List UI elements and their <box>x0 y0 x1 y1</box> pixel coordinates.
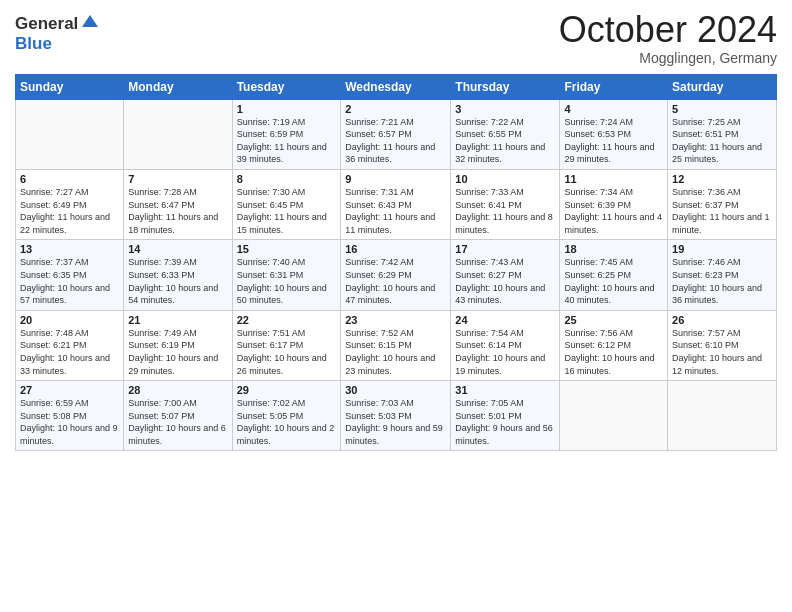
calendar-cell: 7Sunrise: 7:28 AM Sunset: 6:47 PM Daylig… <box>124 169 232 239</box>
calendar-header-row: SundayMondayTuesdayWednesdayThursdayFrid… <box>16 74 777 99</box>
day-number: 11 <box>564 173 663 185</box>
day-info: Sunrise: 7:48 AM Sunset: 6:21 PM Dayligh… <box>20 327 119 377</box>
day-number: 28 <box>128 384 227 396</box>
day-number: 12 <box>672 173 772 185</box>
calendar-cell: 28Sunrise: 7:00 AM Sunset: 5:07 PM Dayli… <box>124 381 232 451</box>
month-title: October 2024 <box>559 10 777 50</box>
calendar-cell: 8Sunrise: 7:30 AM Sunset: 6:45 PM Daylig… <box>232 169 341 239</box>
calendar-day-header: Thursday <box>451 74 560 99</box>
day-number: 18 <box>564 243 663 255</box>
logo-general-text: General <box>15 14 78 34</box>
calendar-day-header: Saturday <box>668 74 777 99</box>
calendar-day-header: Tuesday <box>232 74 341 99</box>
svg-marker-0 <box>82 15 98 27</box>
day-number: 23 <box>345 314 446 326</box>
calendar-cell: 20Sunrise: 7:48 AM Sunset: 6:21 PM Dayli… <box>16 310 124 380</box>
day-info: Sunrise: 6:59 AM Sunset: 5:08 PM Dayligh… <box>20 397 119 447</box>
day-number: 17 <box>455 243 555 255</box>
calendar-cell: 27Sunrise: 6:59 AM Sunset: 5:08 PM Dayli… <box>16 381 124 451</box>
day-info: Sunrise: 7:39 AM Sunset: 6:33 PM Dayligh… <box>128 256 227 306</box>
day-info: Sunrise: 7:45 AM Sunset: 6:25 PM Dayligh… <box>564 256 663 306</box>
day-number: 1 <box>237 103 337 115</box>
day-number: 3 <box>455 103 555 115</box>
day-info: Sunrise: 7:19 AM Sunset: 6:59 PM Dayligh… <box>237 116 337 166</box>
calendar-cell: 2Sunrise: 7:21 AM Sunset: 6:57 PM Daylig… <box>341 99 451 169</box>
day-number: 25 <box>564 314 663 326</box>
calendar-cell: 16Sunrise: 7:42 AM Sunset: 6:29 PM Dayli… <box>341 240 451 310</box>
day-info: Sunrise: 7:43 AM Sunset: 6:27 PM Dayligh… <box>455 256 555 306</box>
calendar-cell: 4Sunrise: 7:24 AM Sunset: 6:53 PM Daylig… <box>560 99 668 169</box>
logo-icon <box>80 13 100 33</box>
calendar-cell: 11Sunrise: 7:34 AM Sunset: 6:39 PM Dayli… <box>560 169 668 239</box>
calendar-cell: 15Sunrise: 7:40 AM Sunset: 6:31 PM Dayli… <box>232 240 341 310</box>
day-info: Sunrise: 7:27 AM Sunset: 6:49 PM Dayligh… <box>20 186 119 236</box>
calendar-week-row: 1Sunrise: 7:19 AM Sunset: 6:59 PM Daylig… <box>16 99 777 169</box>
day-info: Sunrise: 7:21 AM Sunset: 6:57 PM Dayligh… <box>345 116 446 166</box>
calendar-cell <box>124 99 232 169</box>
calendar-cell: 1Sunrise: 7:19 AM Sunset: 6:59 PM Daylig… <box>232 99 341 169</box>
day-info: Sunrise: 7:34 AM Sunset: 6:39 PM Dayligh… <box>564 186 663 236</box>
calendar-cell: 19Sunrise: 7:46 AM Sunset: 6:23 PM Dayli… <box>668 240 777 310</box>
day-info: Sunrise: 7:40 AM Sunset: 6:31 PM Dayligh… <box>237 256 337 306</box>
header: General Blue October 2024 Mogglingen, Ge… <box>15 10 777 66</box>
calendar-cell: 3Sunrise: 7:22 AM Sunset: 6:55 PM Daylig… <box>451 99 560 169</box>
calendar-week-row: 6Sunrise: 7:27 AM Sunset: 6:49 PM Daylig… <box>16 169 777 239</box>
title-block: October 2024 Mogglingen, Germany <box>559 10 777 66</box>
day-info: Sunrise: 7:02 AM Sunset: 5:05 PM Dayligh… <box>237 397 337 447</box>
day-number: 31 <box>455 384 555 396</box>
calendar-day-header: Friday <box>560 74 668 99</box>
calendar-cell: 17Sunrise: 7:43 AM Sunset: 6:27 PM Dayli… <box>451 240 560 310</box>
calendar-cell: 9Sunrise: 7:31 AM Sunset: 6:43 PM Daylig… <box>341 169 451 239</box>
day-number: 7 <box>128 173 227 185</box>
logo-blue-text: Blue <box>15 34 52 53</box>
calendar-cell: 30Sunrise: 7:03 AM Sunset: 5:03 PM Dayli… <box>341 381 451 451</box>
day-number: 21 <box>128 314 227 326</box>
day-info: Sunrise: 7:57 AM Sunset: 6:10 PM Dayligh… <box>672 327 772 377</box>
day-number: 4 <box>564 103 663 115</box>
day-info: Sunrise: 7:42 AM Sunset: 6:29 PM Dayligh… <box>345 256 446 306</box>
day-number: 20 <box>20 314 119 326</box>
page: General Blue October 2024 Mogglingen, Ge… <box>0 0 792 612</box>
day-info: Sunrise: 7:22 AM Sunset: 6:55 PM Dayligh… <box>455 116 555 166</box>
day-number: 14 <box>128 243 227 255</box>
day-info: Sunrise: 7:25 AM Sunset: 6:51 PM Dayligh… <box>672 116 772 166</box>
calendar-week-row: 27Sunrise: 6:59 AM Sunset: 5:08 PM Dayli… <box>16 381 777 451</box>
location: Mogglingen, Germany <box>559 50 777 66</box>
calendar-table: SundayMondayTuesdayWednesdayThursdayFrid… <box>15 74 777 452</box>
calendar-cell: 31Sunrise: 7:05 AM Sunset: 5:01 PM Dayli… <box>451 381 560 451</box>
calendar-week-row: 20Sunrise: 7:48 AM Sunset: 6:21 PM Dayli… <box>16 310 777 380</box>
day-info: Sunrise: 7:03 AM Sunset: 5:03 PM Dayligh… <box>345 397 446 447</box>
day-number: 16 <box>345 243 446 255</box>
day-info: Sunrise: 7:51 AM Sunset: 6:17 PM Dayligh… <box>237 327 337 377</box>
calendar-cell: 25Sunrise: 7:56 AM Sunset: 6:12 PM Dayli… <box>560 310 668 380</box>
calendar-cell: 29Sunrise: 7:02 AM Sunset: 5:05 PM Dayli… <box>232 381 341 451</box>
day-info: Sunrise: 7:56 AM Sunset: 6:12 PM Dayligh… <box>564 327 663 377</box>
calendar-cell <box>668 381 777 451</box>
day-info: Sunrise: 7:33 AM Sunset: 6:41 PM Dayligh… <box>455 186 555 236</box>
calendar-cell: 23Sunrise: 7:52 AM Sunset: 6:15 PM Dayli… <box>341 310 451 380</box>
day-number: 9 <box>345 173 446 185</box>
calendar-cell: 26Sunrise: 7:57 AM Sunset: 6:10 PM Dayli… <box>668 310 777 380</box>
day-number: 13 <box>20 243 119 255</box>
day-number: 10 <box>455 173 555 185</box>
calendar-day-header: Monday <box>124 74 232 99</box>
day-number: 27 <box>20 384 119 396</box>
day-number: 29 <box>237 384 337 396</box>
day-info: Sunrise: 7:49 AM Sunset: 6:19 PM Dayligh… <box>128 327 227 377</box>
day-info: Sunrise: 7:30 AM Sunset: 6:45 PM Dayligh… <box>237 186 337 236</box>
day-info: Sunrise: 7:00 AM Sunset: 5:07 PM Dayligh… <box>128 397 227 447</box>
day-info: Sunrise: 7:37 AM Sunset: 6:35 PM Dayligh… <box>20 256 119 306</box>
calendar-cell <box>16 99 124 169</box>
day-info: Sunrise: 7:54 AM Sunset: 6:14 PM Dayligh… <box>455 327 555 377</box>
calendar-cell: 12Sunrise: 7:36 AM Sunset: 6:37 PM Dayli… <box>668 169 777 239</box>
day-number: 8 <box>237 173 337 185</box>
calendar-cell: 5Sunrise: 7:25 AM Sunset: 6:51 PM Daylig… <box>668 99 777 169</box>
calendar-day-header: Wednesday <box>341 74 451 99</box>
day-number: 15 <box>237 243 337 255</box>
logo: General Blue <box>15 14 100 54</box>
day-info: Sunrise: 7:36 AM Sunset: 6:37 PM Dayligh… <box>672 186 772 236</box>
calendar-cell: 6Sunrise: 7:27 AM Sunset: 6:49 PM Daylig… <box>16 169 124 239</box>
day-number: 30 <box>345 384 446 396</box>
day-info: Sunrise: 7:24 AM Sunset: 6:53 PM Dayligh… <box>564 116 663 166</box>
day-number: 24 <box>455 314 555 326</box>
